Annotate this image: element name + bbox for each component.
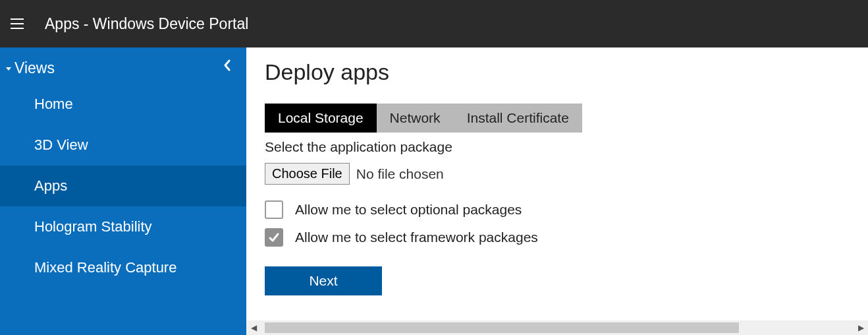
app-header: Apps - Windows Device Portal (0, 0, 868, 47)
caret-down-icon (4, 59, 13, 77)
scroll-left-icon[interactable]: ◀ (246, 320, 261, 335)
sidebar-section-views[interactable]: Views (0, 47, 246, 84)
sidebar-item-apps[interactable]: Apps (0, 166, 246, 206)
sidebar: Views Home 3D View Apps Hologram Stabili… (0, 47, 246, 335)
sidebar-item-home[interactable]: Home (0, 84, 246, 125)
scrollbar-thumb[interactable] (265, 322, 739, 333)
tab-local-storage[interactable]: Local Storage (265, 104, 377, 133)
main-content: Deploy apps Local Storage Network Instal… (246, 47, 868, 335)
sidebar-item-mixed-reality-capture[interactable]: Mixed Reality Capture (0, 247, 246, 288)
checkbox-optional-packages[interactable] (265, 200, 283, 219)
page-title: Deploy apps (265, 59, 850, 85)
sidebar-item-3d-view[interactable]: 3D View (0, 125, 246, 166)
tab-install-certificate[interactable]: Install Certificate (454, 104, 582, 133)
hamburger-icon[interactable] (11, 16, 26, 32)
sidebar-section-label: Views (14, 59, 55, 77)
deploy-tabs: Local Storage Network Install Certificat… (265, 104, 850, 133)
sidebar-item-hologram-stability[interactable]: Hologram Stability (0, 206, 246, 247)
scroll-right-icon[interactable]: ▶ (854, 320, 868, 335)
select-package-label: Select the application package (265, 139, 850, 155)
checkbox-framework-packages-label: Allow me to select framework packages (295, 229, 538, 245)
checkbox-optional-packages-label: Allow me to select optional packages (295, 202, 522, 218)
next-button[interactable]: Next (265, 266, 382, 295)
horizontal-scrollbar[interactable]: ◀ ▶ (246, 320, 868, 335)
sidebar-nav-list: Home 3D View Apps Hologram Stability Mix… (0, 84, 246, 288)
scrollbar-track[interactable] (261, 322, 854, 333)
tab-network[interactable]: Network (377, 104, 454, 133)
page-header-title: Apps - Windows Device Portal (45, 15, 248, 33)
choose-file-button[interactable]: Choose File (265, 163, 350, 185)
file-chosen-status: No file chosen (356, 166, 444, 182)
collapse-sidebar-icon[interactable] (223, 59, 232, 74)
checkmark-icon (267, 231, 281, 244)
checkbox-framework-packages[interactable] (265, 228, 283, 247)
